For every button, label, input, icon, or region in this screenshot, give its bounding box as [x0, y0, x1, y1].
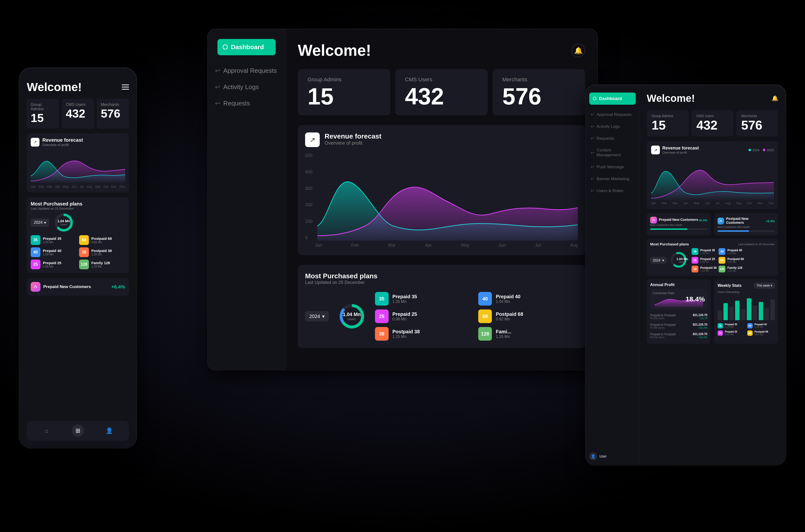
tr-nav-push[interactable]: ↩ Push Message — [586, 161, 639, 173]
tr-customer-cards: Prepaid New Customers +6.4% New Customer… — [647, 213, 778, 235]
year-label: 2024 — [309, 314, 320, 319]
tr-notif-icon[interactable]: 🔔 — [772, 95, 778, 101]
sidebar-item-activity[interactable]: ↩ Activity Logs — [208, 79, 285, 95]
phone-plan-68: 68 Postpaid 68 0.92 Mn — [79, 235, 125, 245]
plan-name-38: Postpaid 38 — [392, 329, 420, 335]
tr-activity-label: Activity Logs — [597, 124, 620, 129]
tr-bottom-row: Annual Profit Conversion Rate 18.4% — [647, 279, 778, 344]
plan-users-35: 1.25 Mn — [392, 300, 417, 304]
donut-value: 1.04 Mn — [343, 312, 361, 317]
plan-users-25: 0.98 Mn — [392, 317, 417, 321]
nav-grid-button[interactable]: ⊞ — [72, 425, 84, 437]
tr-annual-profit: Annual Profit Conversion Rate 18.4% — [647, 279, 711, 344]
plan-badge-128: 128 — [478, 327, 492, 341]
phone-admins-value: 15 — [31, 112, 43, 125]
phone-plan-badge-68: 68 — [79, 235, 89, 245]
tr-weekly-title: Weekly Stats — [717, 283, 742, 288]
tr-prepaid-label: Prepaid New Customers — [659, 218, 698, 222]
plans-section: Most Purchased plans Last Updated on 25 … — [298, 265, 585, 348]
phone-merchants-label: Merchants — [101, 102, 125, 107]
group-admins-label: Group Admins — [308, 76, 341, 83]
sidebar-item-approval[interactable]: ↩ Approval Requests — [208, 62, 285, 79]
phone-year-select[interactable]: 2024 ▾ — [31, 218, 49, 227]
tr-activity-icon: ↩ — [591, 124, 594, 129]
tr-plans-year-select[interactable]: 2024 ▾ — [650, 257, 667, 264]
plan-users-38: 1.25 Mn — [392, 335, 420, 339]
notification-button[interactable]: 🔔 — [572, 43, 585, 57]
tr-title: Welcome! — [647, 93, 695, 104]
hamburger-menu[interactable] — [122, 84, 129, 90]
nav-home-button[interactable]: ⌂ — [40, 425, 53, 437]
tr-annual-title: Annual Profit — [650, 283, 707, 287]
nav-user-button[interactable]: 👤 — [103, 425, 115, 437]
plan-item-40: 40 Prepaid 40 1.04 Mn — [478, 292, 578, 306]
tr-weekly-plan-35: 35 Prepaid 351.25 Mn — [717, 323, 745, 328]
phone-chevron-icon: ▾ — [44, 220, 46, 225]
phone-plans-updated: Last Updated on 25 December — [31, 207, 125, 210]
tr-nav-users-roles[interactable]: ↩ Users & Roles — [586, 185, 639, 197]
tr-nav-content[interactable]: ↩ Content Management — [586, 145, 639, 161]
phone-plan-badge-128: 128 — [79, 260, 89, 269]
chart-x-labels: JanFebMarAprMayJunJulAug — [315, 243, 578, 248]
phone-plan-25: 25 Prepaid 25 0.98 Mn — [31, 260, 77, 269]
tr-plans-list: 35 Prepaid 35 1.25 Mn 40 Prepaid 40 1.04… — [692, 248, 744, 272]
plan-name-128: Fami... — [496, 329, 511, 335]
tr-users-roles-icon: ↩ — [591, 188, 594, 193]
tr-prepaid-sub: New Customers this month — [650, 224, 707, 226]
tr-nav-activity[interactable]: ↩ Activity Logs — [586, 120, 639, 132]
tr-dashboard-icon: ⬡ — [593, 96, 597, 101]
phone-cms-label: CMS Users — [66, 102, 90, 107]
tr-week-select[interactable]: This week ▾ — [754, 283, 775, 288]
tr-rev-icon: ↗ — [651, 146, 660, 154]
prepaid-icon — [31, 282, 40, 292]
tr-postpaid-sub: New Customers this month — [717, 226, 775, 228]
phone-plan-40: 40 Prepaid 40 1.04 Mn — [31, 247, 77, 257]
tr-requests-label: Requests — [597, 136, 614, 141]
tr-prepaid-icon — [650, 217, 657, 224]
phone-donut: 1.04 Mn Users — [54, 213, 74, 232]
sidebar-item-requests[interactable]: ↩ Requests — [208, 95, 285, 112]
phone-chart — [31, 149, 125, 183]
main-content: Welcome! 🔔 Group Admins 15 CMS Users 432… — [286, 29, 597, 370]
year-select[interactable]: 2024 ▾ — [305, 311, 329, 321]
tr-plans-mini-title: Most Purchased plans — [650, 242, 689, 246]
requests-icon: ↩ — [215, 100, 221, 107]
tr-nav-approval[interactable]: ↩ Approval Requests — [586, 109, 639, 120]
sidebar-item-dashboard[interactable]: ⬡ Dashboard — [217, 39, 276, 55]
tr-plan-35: 35 Prepaid 35 1.25 Mn — [692, 248, 716, 255]
plan-badge-38: 38 — [375, 327, 389, 341]
tr-content-label: Content Management — [597, 148, 634, 157]
chart-y-labels: 5004003002001000 — [305, 153, 312, 241]
tr-banner-icon: ↩ — [591, 176, 594, 182]
tr-sidebar-dashboard[interactable]: ⬡ Dashboard — [589, 93, 636, 105]
tr-profit-row-3: Prepaid to Postpaid 45.50k Users $21,120… — [650, 331, 707, 340]
plan-badge-25: 25 — [375, 309, 389, 323]
welcome-title: Welcome! — [298, 41, 371, 59]
cms-users-label: CMS Users — [405, 76, 444, 83]
revenue-subtitle: Overview of profit — [325, 140, 381, 146]
revenue-title: Revenue forecast — [325, 132, 381, 140]
cms-users-value: 432 — [405, 85, 444, 108]
sidebar-activity-label: Activity Logs — [223, 83, 259, 91]
plan-users-40: 1.04 Mn — [496, 300, 520, 304]
plan-badge-35: 35 — [375, 292, 389, 306]
tr-user-name: User — [599, 454, 607, 458]
tr-weekly-sub: Users Onboarding — [717, 290, 775, 293]
tr-approval-label: Approval Requests — [597, 112, 632, 117]
tr-weekly-plan-68: 68 Postpaid 680.92 Mn — [747, 330, 775, 336]
phone-header: Welcome! — [27, 80, 129, 94]
tr-postpaid-change: +5.4% — [766, 220, 775, 223]
tr-nav-requests[interactable]: ↩ Requests — [586, 132, 639, 145]
tr-conversion-card: Conversion Rate 18.4% — [650, 289, 707, 309]
tr-push-label: Push Message — [597, 165, 624, 169]
tr-nav-banner[interactable]: ↩ Banner Marketing — [586, 173, 639, 185]
main-header: Welcome! 🔔 — [298, 41, 585, 59]
tr-chart — [651, 157, 774, 201]
plans-title: Most Purchased plans — [305, 272, 378, 280]
phone-plan-badge-40: 40 — [31, 247, 40, 257]
tr-revenue-card: ↗ Revenue forecast Overview of profit 20… — [647, 141, 778, 209]
phone-stat-admins: Group Admins 15 — [27, 99, 59, 129]
plans-grid: 35 Prepaid 35 1.25 Mn 40 Prepaid 40 1.04… — [375, 292, 578, 341]
merchants-label: Merchants — [502, 76, 541, 83]
tr-stat-admins: Group Admins 15 — [647, 110, 689, 136]
